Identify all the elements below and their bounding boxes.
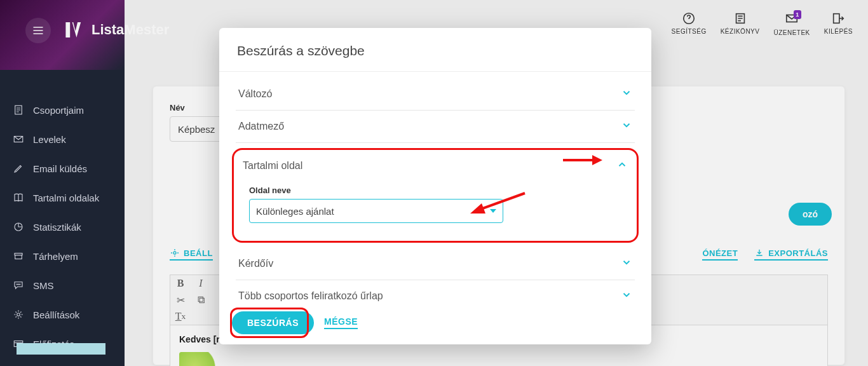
- insert-modal: Beszúrás a szövegbe Változó Adatmező Tar…: [219, 28, 651, 344]
- chevron-down-icon: [621, 289, 632, 301]
- page-name-label: Oldal neve: [249, 186, 630, 195]
- accordion-content-page-highlight: Tartalmi oldal Oldal neve Különleges ajá…: [232, 148, 639, 243]
- accordion-content-page[interactable]: Tartalmi oldal: [240, 156, 630, 182]
- page-name-select[interactable]: Különleges ajánlat: [249, 199, 503, 223]
- accordion-label: Tartalmi oldal: [243, 160, 302, 172]
- modal-footer: BESZÚRÁS MÉGSE: [219, 301, 651, 344]
- select-value: Különleges ajánlat: [256, 206, 334, 217]
- caret-down-icon: [490, 209, 496, 213]
- cancel-button[interactable]: MÉGSE: [324, 316, 358, 329]
- chevron-down-icon: [621, 87, 632, 101]
- insert-button[interactable]: BESZÚRÁS: [232, 311, 314, 334]
- accordion-multi-signup[interactable]: Több csoportos feliratkozó űrlap: [236, 280, 635, 301]
- chevron-down-icon: [621, 257, 632, 271]
- accordion-variable[interactable]: Változó: [236, 78, 635, 111]
- accordion-datafield[interactable]: Adatmező: [236, 111, 635, 143]
- accordion-label: Kérdőív: [238, 258, 273, 269]
- accordion-label: Adatmező: [238, 121, 284, 132]
- chevron-down-icon: [621, 119, 632, 133]
- accordion-label: Több csoportos feliratkozó űrlap: [238, 290, 383, 301]
- modal-title: Beszúrás a szövegbe: [219, 28, 651, 71]
- accordion-label: Változó: [238, 88, 272, 100]
- chevron-up-icon: [616, 159, 628, 173]
- modal-scroll-area[interactable]: Változó Adatmező Tartalmi oldal Oldal ne…: [219, 71, 651, 301]
- accordion-questionnaire[interactable]: Kérdőív: [236, 248, 635, 280]
